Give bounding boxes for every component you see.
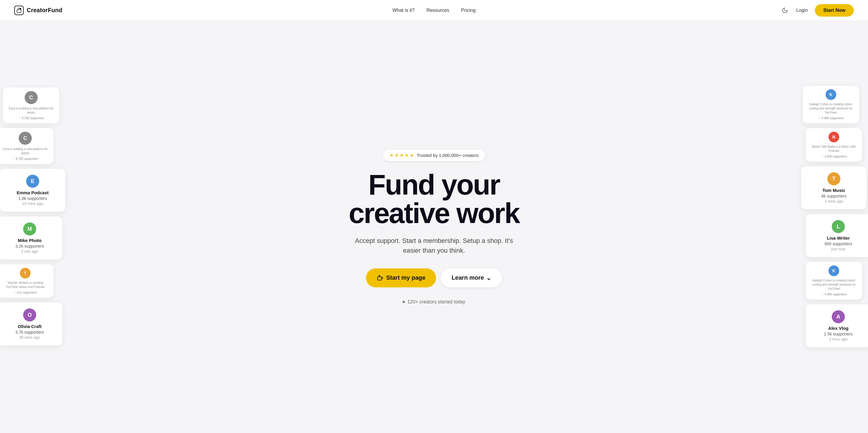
card-supporters: ♡ 1,800 supporters: [810, 155, 858, 158]
hero-buttons: Start my page Learn more ⌄: [349, 268, 520, 288]
chevron-down-icon: ⌄: [486, 274, 491, 281]
card-name: Olivia Craft: [4, 324, 56, 329]
hero-title: Fund your creative work: [349, 170, 520, 228]
card-description: Kaleigh Cohen is creating indoor cycling…: [807, 102, 855, 115]
list-item: C Cara is building a new platform for ar…: [3, 88, 59, 123]
list-item: O Olivia Craft 3.7k supporters 30 mins a…: [0, 302, 62, 345]
list-item: C Cara is building a new platform for ar…: [0, 128, 54, 164]
avatar: A: [832, 310, 845, 323]
card-description: Kaleigh Cohen is creating indoor cycling…: [810, 278, 858, 291]
card-supporters: 2.5k supporters: [812, 332, 864, 336]
card-supporters: ♡ 8,780 supporters: [7, 116, 55, 120]
avatar: C: [25, 91, 38, 104]
card-description: Beach Talk Radio is a Dinky Little Podca…: [810, 145, 858, 153]
list-item: K Kaleigh Cohen is creating indoor cycli…: [803, 86, 859, 123]
avatar: T: [827, 172, 840, 186]
star-3: ★: [400, 153, 404, 158]
card-description: Cara is building a new platform for arti…: [1, 147, 49, 156]
star-1: ★: [390, 153, 394, 158]
avatar: L: [832, 220, 845, 233]
card-supporters: 1.8k supporters: [6, 196, 59, 201]
star-rating: ★ ★ ★ ★ ★: [390, 153, 414, 158]
hero-title-line1: Fund your: [368, 169, 500, 200]
hero-title-line2: creative work: [349, 197, 520, 229]
card-name: Tom Music: [808, 188, 860, 193]
svg-point-1: [20, 8, 21, 9]
card-supporters: ♡ 8,790 supporters: [1, 157, 49, 161]
logo-icon: [14, 6, 24, 15]
list-item: B Beach Talk Radio is a Dinky Little Pod…: [806, 128, 862, 162]
star-2: ★: [395, 153, 399, 158]
creators-today: 120+ creators started today: [349, 299, 520, 305]
avatar: O: [23, 308, 36, 322]
card-name: Lisa Writer: [812, 235, 864, 240]
right-cards: K Kaleigh Cohen is creating indoor cycli…: [806, 0, 868, 433]
avatar: C: [19, 132, 32, 145]
logo[interactable]: CreatorFund: [14, 6, 62, 15]
list-item: L Lisa Writer 900 supporters just now: [806, 214, 868, 257]
svg-rect-0: [17, 9, 21, 12]
list-item: K Kaleigh Cohen is creating indoor cycli…: [806, 262, 862, 300]
learn-more-label: Learn more: [452, 274, 484, 281]
card-description: Cara is building a new platform for arti…: [7, 106, 55, 115]
card-supporters: ♡ 641 supporters: [1, 291, 49, 294]
avatar: T: [20, 268, 31, 278]
card-name: Emma Podcast: [6, 190, 59, 195]
avatar: B: [829, 132, 839, 142]
svg-rect-2: [378, 277, 382, 280]
coffee-icon: [377, 275, 383, 281]
card-supporters: ♡ 4,488 supporters: [807, 116, 855, 120]
card-time: 3 mins ago: [808, 199, 860, 203]
card-time: 1 min ago: [4, 249, 56, 254]
logo-text: CreatorFund: [27, 7, 62, 14]
card-supporters: 3.7k supporters: [4, 330, 56, 335]
start-now-button[interactable]: Start Now: [815, 4, 854, 16]
list-item: M Mike Photo 3.2k supporters 1 min ago: [0, 216, 62, 260]
hero-section: C Cara is building a new platform for ar…: [0, 0, 868, 433]
left-cards: C Cara is building a new platform for ar…: [0, 0, 62, 433]
star-4: ★: [405, 153, 409, 158]
list-item: A Alex Vlog 2.5k supporters 1 hour ago: [806, 304, 868, 347]
status-dot: [403, 301, 405, 303]
hero-center: ★ ★ ★ ★ ★ Trusted by 1,000,000+ creators…: [349, 149, 520, 305]
navbar: CreatorFund What is it? Resources Pricin…: [0, 0, 868, 21]
avatar: K: [826, 89, 836, 100]
hero-subtitle: Accept support. Start a membership. Setu…: [351, 236, 517, 255]
nav-resources[interactable]: Resources: [427, 8, 449, 13]
trust-badge: ★ ★ ★ ★ ★ Trusted by 1,000,000+ creators: [383, 149, 485, 161]
card-name: Mike Photo: [4, 238, 56, 243]
avatar: K: [829, 265, 839, 276]
nav-pricing[interactable]: Pricing: [461, 8, 475, 13]
creators-today-text: 120+ creators started today: [407, 299, 465, 305]
card-supporters: ♡ 4,488 supporters: [810, 293, 858, 296]
start-my-page-button[interactable]: Start my page: [366, 268, 436, 288]
card-supporters: 3.2k supporters: [4, 244, 56, 248]
card-supporters: 900 supporters: [812, 241, 864, 246]
card-supporters: 4k supporters: [808, 194, 860, 198]
list-item: E Emma Podcast 1.8k supporters 10 mins a…: [0, 169, 65, 212]
card-time: 10 mins ago: [6, 201, 59, 206]
nav-what-is-it[interactable]: What is it?: [393, 8, 415, 13]
theme-toggle-button[interactable]: [781, 6, 789, 14]
avatar: E: [26, 175, 39, 188]
card-time: 1 hour ago: [812, 337, 864, 341]
avatar: M: [23, 223, 36, 235]
list-item: T Tom Music 4k supporters 3 mins ago: [801, 166, 867, 209]
list-item: T Teacher Stefano is creating YouTube vi…: [0, 264, 54, 298]
learn-more-button[interactable]: Learn more ⌄: [441, 268, 502, 288]
nav-right: Login Start Now: [781, 4, 854, 16]
start-page-label: Start my page: [386, 274, 425, 281]
trust-badge-text: Trusted by 1,000,000+ creators: [417, 153, 478, 158]
login-button[interactable]: Login: [796, 8, 808, 13]
card-time: 30 mins ago: [4, 335, 56, 340]
card-name: Alex Vlog: [812, 326, 864, 331]
nav-links: What is it? Resources Pricing: [393, 8, 475, 13]
star-5: ★: [410, 153, 414, 158]
card-time: just now: [812, 247, 864, 251]
card-description: Teacher Stefano is creating YouTube vide…: [1, 281, 49, 289]
